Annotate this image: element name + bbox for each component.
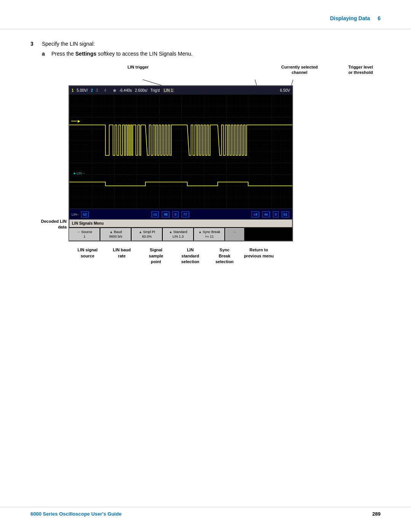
voltage-level: 6.50V	[280, 88, 290, 93]
scope-decode-bar: LIN– b2 c1 88 0 77 c4 4e 0 b1	[69, 209, 292, 219]
oscilloscope-screen: 1 5.00V/ 2 3 4 ⊕ -6.440s 2.600s/ Trig'd …	[68, 85, 293, 241]
waveform-svg: ►LIN – ▶	[69, 94, 293, 209]
page-header: Displaying Data 6	[0, 0, 411, 29]
ch3-indicator: 3	[96, 88, 98, 93]
decode-val-4e: 4e	[262, 211, 270, 217]
decode-val-77: 77	[182, 211, 189, 217]
page-number: 289	[372, 511, 381, 517]
decode-val-b1: b1	[282, 211, 289, 217]
standard-value: LIN 1.3	[172, 235, 183, 238]
step-a-text: Press the Settings softkey to access the…	[51, 51, 193, 57]
scope-area: Decoded LINdata 1 5.00V/ 2 3 4 ⊕ -6.440s…	[68, 85, 381, 241]
trigger-level-callout: Trigger levelor threshold	[348, 64, 373, 75]
callout-labels-row: LIN trigger Currently selectedchannel Tr…	[68, 64, 381, 83]
ch4-indicator: 4	[104, 88, 107, 93]
lin-standard-selection-label: LINstandardselection	[173, 247, 207, 265]
scope-status-bar: 1 5.00V/ 2 3 4 ⊕ -6.440s 2.600s/ Trig'd …	[69, 86, 292, 94]
step-a: a Press the Settings softkey to access t…	[42, 51, 381, 57]
lin-signal-source-label: LIN signalsource	[70, 247, 105, 265]
step-3-line: 3 Specify the LIN signal:	[30, 41, 381, 47]
back-button[interactable]: ←	[225, 228, 244, 241]
baud-value: 9600 b/s	[109, 235, 123, 238]
header-title: Displaying Data	[330, 15, 370, 21]
svg-text:►LIN –: ►LIN –	[73, 171, 84, 175]
decode-lin-prefix: LIN–	[72, 212, 79, 216]
lin-trigger-callout: LIN trigger	[127, 64, 149, 70]
decoded-lin-callout: Decoded LINdata	[29, 219, 67, 230]
decode-val-88: 88	[162, 211, 169, 217]
syncbreak-value: >= 11	[205, 235, 213, 238]
time-position: -6.440s	[119, 88, 132, 93]
step-3-number: 3	[30, 41, 42, 47]
smpl-pt-button[interactable]: ▲ Smpl Pt 60.0%	[132, 228, 162, 241]
ch2-indicator: 2	[91, 88, 93, 93]
signal-sample-point-label: Signalsamplepoint	[139, 247, 173, 265]
smplpt-icon: ▲	[139, 230, 142, 234]
decode-val-0: 0	[172, 211, 178, 217]
timebase: 2.600s/	[135, 88, 148, 93]
standard-button[interactable]: ▲ Standard LIN 1.3	[163, 228, 193, 241]
source-button[interactable]: ↔ Source 1	[69, 228, 100, 241]
trigger-symbol: ⊕	[113, 88, 116, 93]
svg-text:▶: ▶	[78, 119, 80, 123]
sync-break-button[interactable]: ▲ Sync Break >= 11	[194, 228, 225, 241]
standard-icon: ▲	[169, 230, 172, 234]
diagram-container: LIN trigger Currently selectedchannel Tr…	[68, 64, 381, 265]
currently-selected-callout: Currently selectedchannel	[281, 64, 318, 75]
decode-cell-c1: c1	[151, 211, 159, 217]
lin-baud-rate-label: LIN baudrate	[105, 247, 139, 265]
baud-icon: ▲	[110, 230, 113, 234]
return-previous-menu-label: Return toprevious menu	[242, 247, 276, 265]
source-icon: ↔	[77, 230, 80, 234]
back-icon: ←	[233, 230, 237, 234]
step-3-text: Specify the LIN signal:	[42, 41, 95, 47]
lin-signals-menu-title: LIN Signals Menu	[69, 219, 292, 227]
bottom-labels-row: LIN signalsource LIN baudrate Signalsamp…	[70, 247, 381, 265]
ch1-scale: 5.00V/	[77, 88, 88, 93]
smplpt-value: 60.0%	[142, 235, 152, 238]
baud-button[interactable]: ▲ Baud 9600 b/s	[100, 228, 131, 241]
page-footer: 6000 Series Oscilloscope User's Guide 28…	[0, 507, 411, 517]
trig-status: Trig'd	[150, 88, 159, 93]
main-content: 3 Specify the LIN signal: a Press the Se…	[0, 41, 411, 265]
step-a-letter: a	[42, 51, 51, 57]
lin-status: LIN 1	[163, 88, 174, 93]
decode-val-0b: 0	[273, 211, 279, 217]
footer-guide-title: 6000 Series Oscilloscope User's Guide	[30, 511, 121, 517]
source-value: 1	[83, 235, 85, 238]
decode-cell-c4: c4	[252, 211, 259, 217]
svg-rect-6	[69, 94, 293, 209]
settings-bold: Settings	[75, 51, 96, 57]
header-chapter: 6	[378, 15, 381, 21]
ch1-indicator: 1	[72, 88, 74, 93]
scope-waveform-grid: ►LIN – ▶	[69, 94, 292, 209]
syncbreak-icon: ▲	[198, 230, 202, 234]
lin-menu-buttons[interactable]: ↔ Source 1 ▲ Baud 9600 b/s ▲ Smpl Pt 60.…	[69, 228, 292, 241]
decode-cell-b2: b2	[81, 211, 89, 217]
sync-break-selection-label: SyncBreakselection	[207, 247, 242, 265]
